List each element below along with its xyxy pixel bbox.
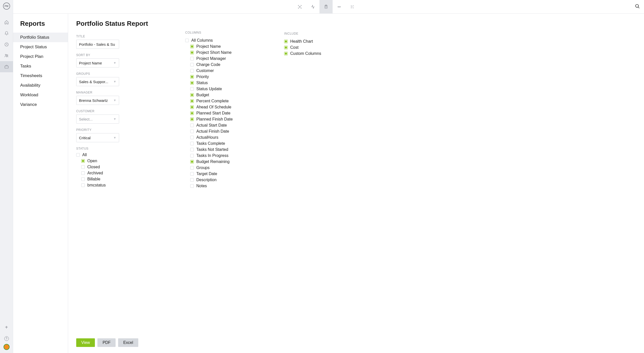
manager-label: MANAGER bbox=[76, 91, 177, 94]
checkbox-icon bbox=[190, 136, 194, 139]
svg-rect-7 bbox=[338, 6, 341, 7]
checkbox-tasks-not-started[interactable]: Tasks Not Started bbox=[185, 147, 275, 153]
checkbox-icon bbox=[190, 93, 194, 97]
home-icon[interactable] bbox=[0, 17, 13, 28]
checkbox-all[interactable]: All bbox=[76, 152, 177, 158]
checkbox-status-update[interactable]: Status Update bbox=[185, 86, 275, 92]
checkbox-planned-finish-date[interactable]: Planned Finish Date bbox=[185, 116, 275, 122]
checkbox-actual-start-date[interactable]: Actual Start Date bbox=[185, 122, 275, 128]
view-button[interactable]: View bbox=[76, 338, 95, 347]
sort-label: SORT BY bbox=[76, 53, 177, 57]
checkbox-icon bbox=[190, 99, 194, 103]
checkbox-cost[interactable]: Cost bbox=[284, 44, 350, 51]
checkbox-label: Priority bbox=[196, 75, 209, 79]
title-input[interactable] bbox=[76, 40, 119, 49]
checkbox-label: Tasks Not Started bbox=[196, 147, 228, 152]
briefcase-icon[interactable] bbox=[0, 61, 13, 72]
checkbox-notes[interactable]: Notes bbox=[185, 183, 275, 189]
sidebar-item-timesheets[interactable]: Timesheets bbox=[13, 71, 68, 81]
flow-icon[interactable] bbox=[346, 0, 359, 14]
checkbox-health-chart[interactable]: Health Chart bbox=[284, 38, 350, 44]
checkbox-icon bbox=[284, 40, 288, 43]
sidebar-item-tasks[interactable]: Tasks bbox=[13, 61, 68, 71]
svg-point-1 bbox=[5, 54, 6, 56]
customer-select[interactable]: Select...▼ bbox=[76, 114, 119, 124]
scan-icon[interactable] bbox=[293, 0, 306, 14]
checkbox-icon bbox=[190, 124, 194, 127]
groups-select[interactable]: Sales & Suppor...▼ bbox=[76, 77, 119, 86]
clock-icon[interactable] bbox=[0, 39, 13, 50]
checkbox-all-columns[interactable]: All Columns bbox=[185, 37, 275, 43]
checkbox-label: Project Manager bbox=[196, 56, 226, 61]
checkbox-bmcstatus[interactable]: bmcstatus bbox=[76, 182, 177, 188]
checkbox-label: Archived bbox=[87, 171, 103, 175]
priority-select[interactable]: Critical▼ bbox=[76, 133, 119, 142]
checkbox-project-name[interactable]: Project Name bbox=[185, 43, 275, 50]
checkbox-ahead-of-schedule[interactable]: Ahead Of Schedule bbox=[185, 104, 275, 110]
checkbox-priority[interactable]: Priority bbox=[185, 74, 275, 80]
sidebar-title: Reports bbox=[13, 20, 68, 33]
checkbox-label: Budget Remaining bbox=[196, 159, 230, 164]
checkbox-budget[interactable]: Budget bbox=[185, 92, 275, 98]
checkbox-target-date[interactable]: Target Date bbox=[185, 171, 275, 177]
checkbox-project-short-name[interactable]: Project Short Name bbox=[185, 50, 275, 56]
sort-select[interactable]: Project Name▼ bbox=[76, 58, 119, 67]
checkbox-label: Tasks In Progress bbox=[196, 153, 228, 158]
checkbox-tasks-in-progress[interactable]: Tasks In Progress bbox=[185, 153, 275, 159]
checkbox-charge-code[interactable]: Charge Code bbox=[185, 62, 275, 68]
checkbox-planned-start-date[interactable]: Planned Start Date bbox=[185, 110, 275, 116]
checkbox-description[interactable]: Description bbox=[185, 177, 275, 183]
checkbox-customer[interactable]: Customer bbox=[185, 68, 275, 74]
checkbox-status[interactable]: Status bbox=[185, 80, 275, 86]
people-icon[interactable] bbox=[0, 50, 13, 61]
help-icon[interactable]: ? bbox=[4, 336, 9, 341]
checkbox-budget-remaining[interactable]: Budget Remaining bbox=[185, 159, 275, 165]
pdf-button[interactable]: PDF bbox=[97, 338, 116, 347]
checkbox-groups[interactable]: Groups bbox=[185, 165, 275, 171]
checkbox-icon bbox=[190, 81, 194, 85]
sidebar-item-variance[interactable]: Variance bbox=[13, 100, 68, 109]
checkbox-label: Status Update bbox=[196, 87, 222, 91]
add-icon[interactable]: + bbox=[5, 321, 8, 333]
checkbox-label: Customer bbox=[196, 68, 214, 73]
checkbox-billable[interactable]: Billable bbox=[76, 176, 177, 182]
priority-label: PRIORITY bbox=[76, 128, 177, 132]
checkbox-icon bbox=[185, 39, 189, 42]
sidebar-item-project-plan[interactable]: Project Plan bbox=[13, 52, 68, 61]
clipboard-icon[interactable] bbox=[319, 0, 333, 14]
checkbox-closed[interactable]: Closed bbox=[76, 164, 177, 170]
manager-select[interactable]: Brenna Schwartz▼ bbox=[76, 96, 119, 105]
checkbox-project-manager[interactable]: Project Manager bbox=[185, 56, 275, 62]
sidebar-item-workload[interactable]: Workload bbox=[13, 90, 68, 100]
sidebar-item-availability[interactable]: Availability bbox=[13, 81, 68, 90]
checkbox-label: Billable bbox=[87, 177, 100, 181]
checkbox-tasks-complete[interactable]: Tasks Complete bbox=[185, 140, 275, 147]
user-avatar[interactable] bbox=[4, 344, 10, 350]
activity-icon[interactable] bbox=[306, 0, 319, 14]
app-logo[interactable]: PM bbox=[3, 3, 10, 10]
checkbox-label: Charge Code bbox=[196, 62, 220, 67]
checkbox-label: Notes bbox=[196, 184, 207, 188]
search-icon[interactable] bbox=[635, 4, 640, 10]
checkbox-icon bbox=[190, 45, 194, 48]
svg-point-8 bbox=[636, 4, 639, 7]
checkbox-label: Budget bbox=[196, 93, 209, 97]
checkbox-actualhours[interactable]: ActualHours bbox=[185, 134, 275, 140]
checkbox-icon bbox=[81, 183, 85, 187]
include-label: INCLUDE bbox=[284, 32, 350, 35]
checkbox-percent-complete[interactable]: Percent Complete bbox=[185, 98, 275, 104]
bell-icon[interactable] bbox=[0, 28, 13, 39]
checkbox-label: All Columns bbox=[191, 38, 213, 43]
excel-button[interactable]: Excel bbox=[118, 338, 138, 347]
checkbox-icon bbox=[81, 159, 85, 163]
checkbox-icon bbox=[81, 177, 85, 181]
checkbox-custom-columns[interactable]: Custom Columns bbox=[284, 51, 350, 57]
checkbox-open[interactable]: Open bbox=[76, 158, 177, 164]
groups-label: GROUPS bbox=[76, 72, 177, 76]
sidebar-item-portfolio-status[interactable]: Portfolio Status bbox=[13, 33, 68, 42]
checkbox-label: All bbox=[82, 153, 87, 157]
checkbox-archived[interactable]: Archived bbox=[76, 170, 177, 176]
link-icon[interactable] bbox=[333, 0, 346, 14]
sidebar-item-project-status[interactable]: Project Status bbox=[13, 42, 68, 52]
checkbox-actual-finish-date[interactable]: Actual Finish Date bbox=[185, 128, 275, 134]
